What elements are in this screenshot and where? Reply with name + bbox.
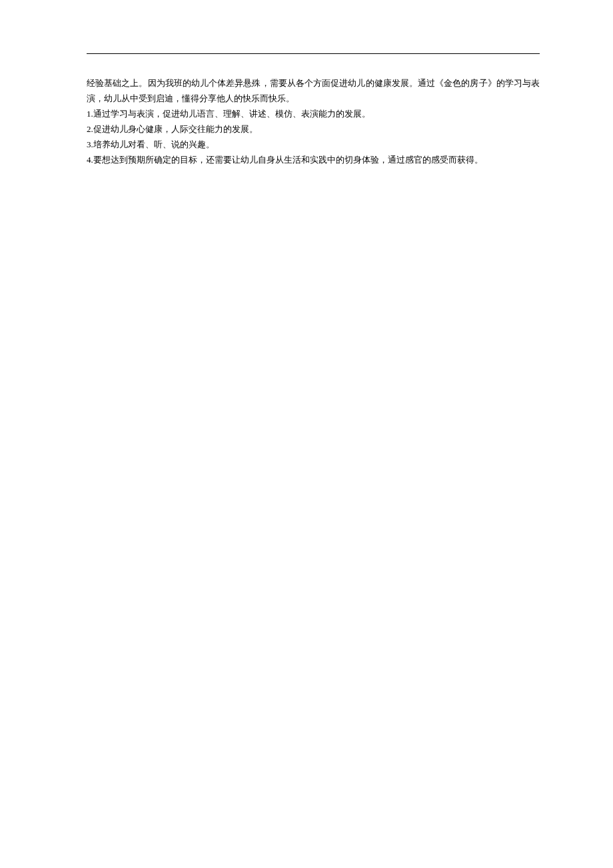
document-page: 经验基础之上。因为我班的幼儿个体差异悬殊，需要从各个方面促进幼儿的健康发展。通过… xyxy=(0,0,613,167)
intro-paragraph: 经验基础之上。因为我班的幼儿个体差异悬殊，需要从各个方面促进幼儿的健康发展。通过… xyxy=(87,75,540,106)
list-item-1: 1.通过学习与表演，促进幼儿语言、理解、讲述、模仿、表演能力的发展。 xyxy=(87,106,540,121)
horizontal-divider xyxy=(87,53,540,54)
list-item-2: 2.促进幼儿身心健康，人际交往能力的发展。 xyxy=(87,121,540,137)
list-item-3: 3.培养幼儿对看、听、说的兴趣。 xyxy=(87,137,540,152)
list-item-4: 4.要想达到预期所确定的目标，还需要让幼儿自身从生活和实践中的切身体验，通过感官… xyxy=(87,152,540,167)
